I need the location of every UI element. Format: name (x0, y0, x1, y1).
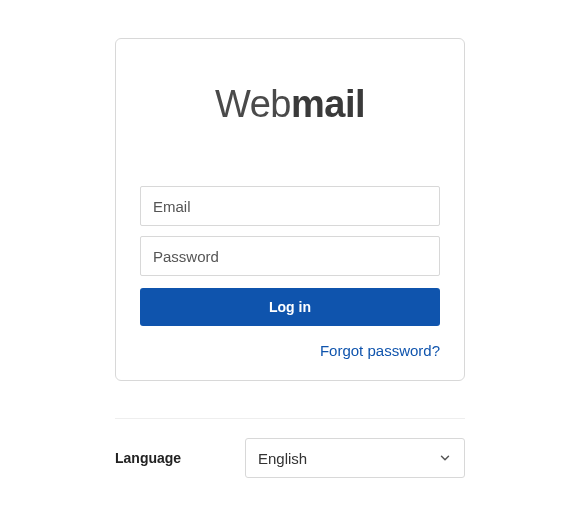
language-row: Language English (115, 438, 465, 478)
password-field[interactable] (140, 236, 440, 276)
chevron-down-icon (438, 451, 452, 465)
language-select[interactable]: English (245, 438, 465, 478)
app-logo: Webmail (140, 83, 440, 126)
login-button[interactable]: Log in (140, 288, 440, 326)
language-selected-value: English (258, 450, 307, 467)
language-label: Language (115, 450, 245, 466)
divider (115, 418, 465, 419)
forgot-row: Forgot password? (140, 342, 440, 360)
login-card: Webmail Log in Forgot password? (115, 38, 465, 381)
email-field[interactable] (140, 186, 440, 226)
logo-text-bold: mail (291, 83, 365, 125)
forgot-password-link[interactable]: Forgot password? (320, 342, 440, 359)
logo-text-light: Web (215, 83, 291, 125)
